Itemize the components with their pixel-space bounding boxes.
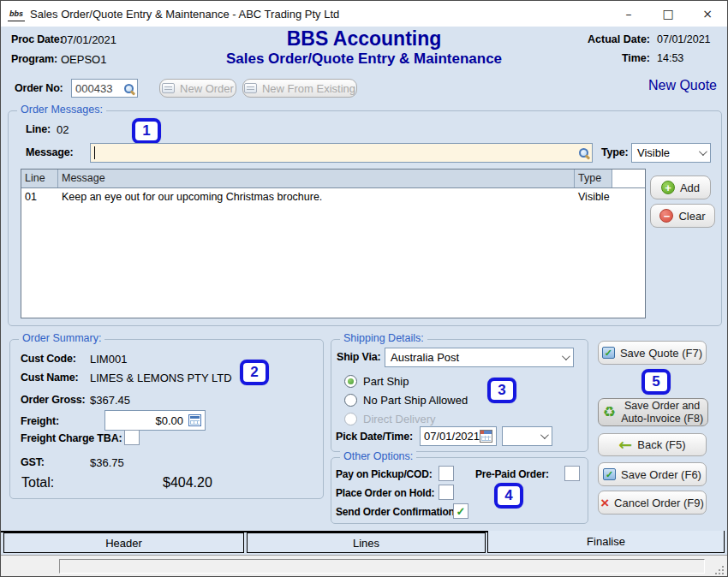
clear-button[interactable]: − Clear xyxy=(650,204,715,228)
save-quote-button[interactable]: ✓ Save Quote (F7) xyxy=(598,341,707,365)
callout-2: 2 xyxy=(240,360,269,385)
chevron-down-icon xyxy=(699,147,707,156)
line-value: 02 xyxy=(57,123,69,136)
col-header-line: Line xyxy=(21,170,58,187)
total-label: Total: xyxy=(21,475,54,491)
table-row[interactable]: 01 Keep an eye out for our upcoming Chri… xyxy=(21,188,645,207)
pick-time-select[interactable] xyxy=(502,426,552,446)
back-button[interactable]: ← Back (F5) xyxy=(598,433,707,456)
freight-value: $0.00 xyxy=(155,414,188,427)
cust-name-value: LIMES & LEMONS PTY LTD xyxy=(90,372,232,384)
prepaid-order-checkbox[interactable] xyxy=(564,466,580,481)
order-messages-legend: Order Messages: xyxy=(17,104,106,116)
check-icon: ✓ xyxy=(456,506,466,517)
calculator-icon[interactable] xyxy=(188,414,201,426)
time-value: 14:53 xyxy=(657,52,719,64)
recycle-icon: ♻ xyxy=(603,405,616,419)
col-header-filler xyxy=(612,170,645,187)
save-order-auto-invoice-button[interactable]: ♻ Save Order and Auto-Invoice (F8) xyxy=(598,398,708,426)
save-icon: ✓ xyxy=(602,347,615,359)
direct-delivery-radio xyxy=(344,413,357,425)
type-label: Type: xyxy=(601,146,628,158)
back-arrow-icon: ← xyxy=(618,437,632,453)
order-confirmation-label: Send Order Confirmation: xyxy=(336,506,458,518)
actual-date-value: 07/01/2021 xyxy=(657,33,719,45)
pick-date-time-label: Pick Date/Time: xyxy=(336,431,413,443)
order-no-value: 000433 xyxy=(75,82,112,95)
pay-on-pickup-checkbox[interactable] xyxy=(439,466,454,481)
new-order-button[interactable]: New Order xyxy=(159,79,236,98)
add-label: Add xyxy=(680,181,700,194)
save-quote-label: Save Quote (F7) xyxy=(620,347,702,360)
save-auto-line1: Save Order and xyxy=(621,400,703,412)
window-title: Sales Order/Quote Entry & Maintenance - … xyxy=(30,8,339,21)
prepaid-order-label: Pre-Paid Order: xyxy=(475,468,549,480)
status-bar xyxy=(1,555,727,577)
cancel-order-label: Cancel Order (F9) xyxy=(614,497,704,509)
type-select[interactable]: Visible xyxy=(631,143,711,163)
part-ship-radio[interactable] xyxy=(344,375,357,388)
messages-table: Line Message Type 01 Keep an eye out for… xyxy=(21,169,646,318)
tab-lines[interactable]: Lines xyxy=(247,532,486,553)
close-icon[interactable]: × xyxy=(688,1,727,27)
freight-tba-label: Freight Charge TBA: xyxy=(21,432,122,444)
clear-label: Clear xyxy=(678,210,705,223)
messages-table-header: Line Message Type xyxy=(21,170,645,188)
tab-finalise[interactable]: Finalise xyxy=(487,531,725,553)
ship-via-select[interactable]: Australia Post xyxy=(385,348,574,367)
clear-icon: − xyxy=(659,209,673,223)
app-icon: bbs xyxy=(8,6,25,21)
callout-4: 4 xyxy=(494,483,523,509)
gst-value: $36.75 xyxy=(90,456,124,469)
calendar-icon[interactable] xyxy=(480,430,492,443)
order-summary-group: Order Summary: Cust Code: LIM001 Cust Na… xyxy=(9,339,324,499)
save-icon: ✓ xyxy=(603,468,616,480)
resize-grip[interactable] xyxy=(713,564,724,574)
order-messages-group: Order Messages: Line: 02 1 Message: Type… xyxy=(8,110,722,326)
callout-5: 5 xyxy=(641,369,671,395)
tab-finalise-label: Finalise xyxy=(587,535,625,548)
part-ship-label: Part Ship xyxy=(363,375,409,388)
other-options-legend: Other Options: xyxy=(340,450,416,462)
cust-code-value: LIM001 xyxy=(90,353,127,366)
total-value: $404.20 xyxy=(163,475,212,491)
cancel-order-button[interactable]: × Cancel Order (F9) xyxy=(598,491,707,515)
title-bar: bbs Sales Order/Quote Entry & Maintenanc… xyxy=(1,1,727,27)
order-no-field[interactable]: 000433 xyxy=(71,79,138,98)
shipping-details-group: Shipping Details: Ship Via: Australia Po… xyxy=(331,339,588,452)
order-search-icon[interactable] xyxy=(124,84,134,93)
app-window: bbs Sales Order/Quote Entry & Maintenanc… xyxy=(0,0,728,577)
freight-tba-checkbox[interactable] xyxy=(124,430,140,445)
order-confirmation-checkbox[interactable]: ✓ xyxy=(453,503,468,519)
pick-date-input[interactable]: 07/01/2021 xyxy=(420,426,497,446)
save-order-label: Save Order (F6) xyxy=(621,468,701,481)
message-search-icon[interactable] xyxy=(579,148,588,158)
order-gross-value: $367.45 xyxy=(90,394,130,407)
freight-label: Freight: xyxy=(21,415,59,427)
order-summary-legend: Order Summary: xyxy=(19,332,104,344)
maximize-icon[interactable]: □ xyxy=(648,1,688,27)
other-options-group: Other Options: Pay on Pickup/COD: Pre-Pa… xyxy=(331,457,588,524)
new-from-existing-button[interactable]: New From Existing xyxy=(242,79,357,98)
chevron-down-icon xyxy=(562,352,570,360)
message-input[interactable] xyxy=(90,143,593,163)
minimize-icon[interactable]: – xyxy=(609,1,648,27)
no-part-ship-radio[interactable] xyxy=(344,394,357,407)
col-header-message: Message xyxy=(58,170,575,187)
chevron-down-icon xyxy=(540,431,549,439)
tab-header[interactable]: Header xyxy=(3,532,244,553)
type-value: Visible xyxy=(637,146,670,159)
ship-via-value: Australia Post xyxy=(391,351,459,364)
actual-date-label: Actual Date: xyxy=(588,33,650,45)
freight-input[interactable]: $0.00 xyxy=(104,410,206,431)
save-order-button[interactable]: ✓ Save Order (F6) xyxy=(598,462,707,486)
cust-code-label: Cust Code: xyxy=(21,353,76,365)
add-button[interactable]: + Add xyxy=(650,175,711,199)
time-label: Time: xyxy=(622,52,650,64)
order-hold-checkbox[interactable] xyxy=(439,485,454,500)
shipping-details-legend: Shipping Details: xyxy=(340,332,427,344)
callout-1: 1 xyxy=(132,118,161,144)
pay-on-pickup-label: Pay on Pickup/COD: xyxy=(336,468,432,480)
add-icon: + xyxy=(661,181,675,194)
no-part-ship-label: No Part Ship Allowed xyxy=(363,394,468,407)
